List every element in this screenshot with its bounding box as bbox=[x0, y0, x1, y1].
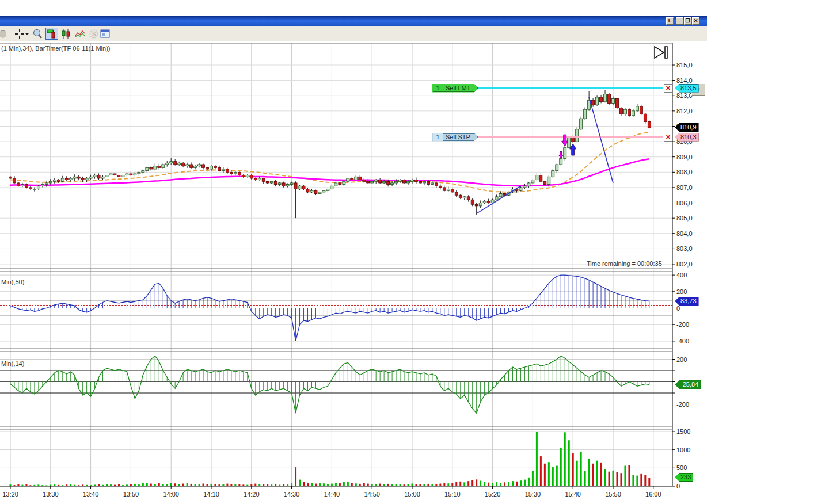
svg-text:15:00: 15:00 bbox=[404, 491, 420, 498]
window-button-extra[interactable]: L bbox=[666, 17, 674, 25]
oscillator1-label: Min),50) bbox=[1, 278, 24, 285]
svg-text:13:40: 13:40 bbox=[83, 491, 99, 498]
svg-text:S: S bbox=[92, 31, 96, 37]
svg-text:15:40: 15:40 bbox=[565, 491, 581, 498]
svg-text:814,0: 814,0 bbox=[676, 77, 693, 84]
value-tag-oscillator2: -25,84 bbox=[675, 380, 701, 389]
order-label: Sell LMT bbox=[443, 85, 473, 92]
volume-plot bbox=[10, 432, 651, 486]
svg-text:14:40: 14:40 bbox=[324, 491, 340, 498]
svg-text:15:20: 15:20 bbox=[485, 491, 501, 498]
line-chart-button[interactable] bbox=[74, 28, 86, 40]
svg-text:1500: 1500 bbox=[676, 428, 690, 435]
svg-text:805,0: 805,0 bbox=[676, 215, 693, 222]
svg-text:400: 400 bbox=[676, 272, 687, 278]
playback-icon[interactable] bbox=[654, 46, 670, 60]
svg-text:-400: -400 bbox=[676, 338, 689, 345]
oscillator2-plot bbox=[0, 356, 672, 414]
svg-text:803,0: 803,0 bbox=[676, 245, 693, 252]
instrument-label: (1 Min),34), BarTimer(TF 06-11(1 Min)) bbox=[1, 45, 110, 52]
crosshair-icon bbox=[14, 29, 25, 39]
pointer-icon[interactable] bbox=[0, 28, 8, 40]
candlestick-icon bbox=[61, 29, 71, 39]
svg-text:-200: -200 bbox=[676, 401, 689, 408]
svg-text:13:20: 13:20 bbox=[2, 491, 18, 498]
crosshair-dropdown[interactable] bbox=[24, 28, 30, 40]
svg-text:1000: 1000 bbox=[676, 446, 690, 453]
svg-text:14:20: 14:20 bbox=[244, 491, 260, 498]
arrow-down-marker bbox=[559, 151, 563, 158]
chart-canvas[interactable]: 815,0814,0813,0812,0811,0810,0809,0808,0… bbox=[0, 41, 707, 504]
price-tag-sell-lmt: 813,5 bbox=[675, 84, 699, 93]
bar-timer-text: Time remaining = 00:00:35 bbox=[587, 260, 662, 267]
svg-text:14:10: 14:10 bbox=[203, 491, 219, 498]
pointer-icon bbox=[0, 29, 6, 39]
svg-text:808,0: 808,0 bbox=[676, 169, 693, 175]
svg-text:500: 500 bbox=[676, 464, 687, 471]
svg-text:16:00: 16:00 bbox=[645, 491, 661, 498]
trendlines bbox=[477, 97, 613, 213]
order-tag-sell-stp[interactable]: 1 Sell STP bbox=[432, 133, 478, 142]
toolbar: S bbox=[0, 26, 707, 41]
gridlines bbox=[0, 43, 672, 486]
svg-text:806,0: 806,0 bbox=[676, 200, 693, 207]
order-qty: 1 bbox=[433, 133, 443, 141]
candles-layer bbox=[9, 90, 651, 218]
minimize-button[interactable]: – bbox=[676, 17, 683, 25]
svg-text:14:00: 14:00 bbox=[163, 491, 179, 498]
svg-text:15:30: 15:30 bbox=[525, 491, 541, 498]
svg-text:813,0: 813,0 bbox=[676, 92, 693, 99]
price-tag-last: 810,9 bbox=[675, 123, 699, 132]
close-button[interactable]: ✕ bbox=[692, 17, 699, 25]
svg-text:0: 0 bbox=[676, 483, 680, 490]
svg-text:807,0: 807,0 bbox=[676, 184, 693, 191]
svg-text:15:50: 15:50 bbox=[605, 491, 621, 498]
svg-text:804,0: 804,0 bbox=[676, 230, 693, 237]
snapshot-tool-button[interactable]: S bbox=[88, 28, 100, 40]
line-chart-icon bbox=[75, 29, 85, 39]
svg-text:200: 200 bbox=[676, 288, 687, 295]
s-badge-icon: S bbox=[89, 29, 98, 39]
oscillator1-plot bbox=[0, 275, 672, 341]
svg-text:14:50: 14:50 bbox=[364, 491, 380, 498]
svg-text:809,0: 809,0 bbox=[676, 154, 693, 161]
svg-text:13:50: 13:50 bbox=[123, 491, 139, 498]
cancel-order-button-lmt[interactable]: ✕ bbox=[664, 84, 672, 93]
order-label: Sell STP bbox=[443, 133, 473, 141]
svg-text:200: 200 bbox=[676, 356, 687, 363]
order-tag-sell-lmt[interactable]: 1 Sell LMT bbox=[432, 84, 478, 93]
svg-text:14:30: 14:30 bbox=[284, 491, 300, 498]
arrow-up-marker bbox=[570, 144, 576, 155]
panel-borders bbox=[0, 43, 672, 486]
window-titlebar[interactable]: L – ❐ ✕ bbox=[0, 16, 707, 26]
oscillator2-label: Min),14) bbox=[1, 360, 24, 367]
svg-text:13:30: 13:30 bbox=[43, 491, 59, 498]
zoom-tool-button[interactable] bbox=[31, 28, 44, 40]
svg-text:15:10: 15:10 bbox=[444, 491, 461, 498]
order-lines bbox=[477, 88, 663, 137]
chart-style-button[interactable] bbox=[45, 28, 58, 40]
value-tag-oscillator1: 83,73 bbox=[675, 297, 699, 306]
toolbar-separator bbox=[10, 28, 10, 39]
svg-text:-200: -200 bbox=[676, 321, 689, 328]
svg-text:812,0: 812,0 bbox=[676, 108, 693, 114]
svg-text:0: 0 bbox=[676, 305, 680, 312]
restore-button[interactable]: ❐ bbox=[684, 17, 691, 25]
price-tag-sell-stp: 810,3 bbox=[675, 133, 699, 142]
panel-grid-icon bbox=[100, 29, 111, 39]
magnifier-icon bbox=[32, 29, 43, 39]
cancel-order-button-stp[interactable]: ✕ bbox=[664, 133, 672, 142]
svg-text:815,0: 815,0 bbox=[676, 62, 693, 68]
candlestick-chart-button[interactable] bbox=[60, 28, 73, 40]
svg-text:802,0: 802,0 bbox=[676, 261, 693, 268]
desktop: L – ❐ ✕ bbox=[0, 0, 829, 504]
chart-style-icon bbox=[47, 29, 57, 39]
chart-panel: 815,0814,0813,0812,0811,0810,0809,0808,0… bbox=[0, 41, 707, 504]
chevron-down-icon bbox=[25, 32, 29, 36]
order-qty: 1 bbox=[433, 85, 443, 92]
panel-layout-button[interactable] bbox=[99, 28, 112, 40]
